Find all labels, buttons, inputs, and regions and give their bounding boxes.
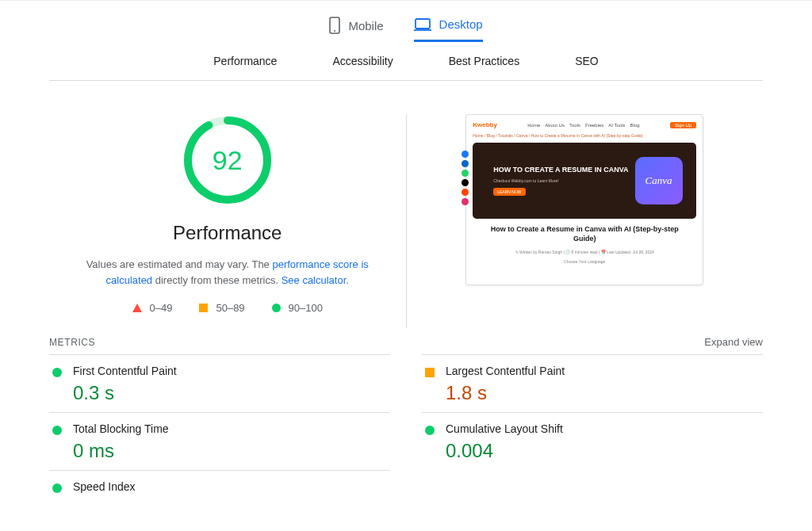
- tab-desktop-label: Desktop: [439, 17, 483, 31]
- tab-desktop[interactable]: Desktop: [414, 17, 483, 42]
- thumb-signup: Sign Up: [670, 122, 696, 128]
- square-orange-icon: [199, 304, 208, 312]
- metric-value: 1.8 s: [446, 382, 565, 404]
- thumb-lang: Choose Your Language: [473, 259, 696, 264]
- legend-high-label: 90–100: [289, 302, 323, 314]
- report-row: 92 Performance Values are estimated and …: [49, 81, 763, 328]
- metric-body: First Contentful Paint0.3 s: [73, 365, 177, 404]
- thumb-social-icon: [462, 179, 469, 186]
- performance-note: Values are estimated and may vary. The p…: [77, 257, 378, 288]
- metric-body: Total Blocking Time0 ms: [73, 422, 169, 462]
- metric-label: Total Blocking Time: [73, 422, 169, 435]
- expand-view-link[interactable]: Expand view: [704, 336, 763, 348]
- link-see-calculator[interactable]: See calculator: [282, 274, 347, 286]
- thumb-nav-item: AI Tools: [608, 123, 625, 128]
- metric-label: Speed Index: [73, 480, 136, 493]
- status-dot-icon: [52, 368, 62, 377]
- thumb-article-title: How to Create a Resume in Canva with AI …: [481, 225, 688, 243]
- score-gauge: 92: [182, 114, 274, 206]
- tab-performance[interactable]: Performance: [213, 55, 277, 67]
- performance-title: Performance: [173, 222, 282, 244]
- thumb-nav-item: Home: [527, 123, 540, 128]
- metric-value: 0.004: [446, 440, 563, 462]
- metric-body: Cumulative Layout Shift0.004: [446, 422, 563, 462]
- status-dot-icon: [425, 426, 435, 435]
- tab-accessibility[interactable]: Accessibility: [332, 55, 393, 67]
- performance-summary: 92 Performance Values are estimated and …: [49, 114, 407, 328]
- thumb-socials: [462, 151, 469, 205]
- status-dot-icon: [425, 368, 435, 377]
- status-dot-icon: [52, 426, 62, 435]
- thumb-logo: Kwebby: [473, 121, 497, 128]
- tab-mobile-label: Mobile: [348, 19, 383, 32]
- note-text-3: .: [346, 274, 349, 286]
- metric-item: Total Blocking Time0 ms: [49, 412, 390, 470]
- thumb-canva-card: Canva: [635, 157, 683, 204]
- metric-body: Largest Contentful Paint1.8 s: [446, 365, 565, 404]
- thumb-social-icon: [462, 189, 469, 196]
- note-text-2: directly from these metrics.: [152, 274, 282, 286]
- thumb-hero-cta: LEARN NOW: [493, 188, 525, 196]
- device-tabs: Mobile Desktop: [49, 1, 763, 42]
- legend-low: 0–49: [132, 302, 173, 314]
- svg-rect-2: [416, 19, 430, 29]
- category-tabs: Performance Accessibility Best Practices…: [49, 42, 763, 81]
- metrics-header: METRICS Expand view: [49, 328, 763, 354]
- thumb-header: Kwebby HomeAbout UsToolsFreebiesAI Tools…: [473, 121, 696, 128]
- metric-label: Cumulative Layout Shift: [446, 422, 563, 435]
- thumb-nav-item: Freebies: [585, 123, 603, 128]
- metric-value: 0.3 s: [73, 382, 177, 404]
- thumb-logo-text: webby: [477, 121, 497, 128]
- thumb-hero-text: HOW TO CREATE A RESUME IN CANVA Checkout…: [493, 166, 628, 196]
- note-text: Values are estimated and may vary. The: [86, 258, 273, 270]
- tab-seo[interactable]: SEO: [575, 55, 599, 67]
- thumb-social-icon: [462, 170, 469, 177]
- circle-green-icon: [272, 304, 281, 312]
- thumb-social-icon: [462, 160, 469, 167]
- screenshot-panel: Kwebby HomeAbout UsToolsFreebiesAI Tools…: [407, 114, 764, 328]
- metric-item: Speed Index: [49, 470, 390, 506]
- metrics-grid: First Contentful Paint0.3 sLargest Conte…: [49, 354, 763, 506]
- page-thumbnail: Kwebby HomeAbout UsToolsFreebiesAI Tools…: [465, 114, 703, 285]
- mobile-icon: [329, 17, 340, 34]
- metric-item: Cumulative Layout Shift0.004: [422, 412, 763, 470]
- legend-low-label: 0–49: [150, 302, 173, 314]
- thumb-social-icon: [462, 198, 469, 205]
- score-legend: 0–49 50–89 90–100: [132, 302, 323, 314]
- metric-body: Speed Index: [73, 480, 136, 498]
- tab-mobile[interactable]: Mobile: [329, 17, 383, 42]
- thumb-hero-sub: Checkout Webby.com to Learn More!: [493, 178, 628, 183]
- metric-item: First Contentful Paint0.3 s: [49, 354, 390, 412]
- thumb-social-icon: [462, 151, 469, 158]
- tab-best-practices[interactable]: Best Practices: [449, 55, 519, 67]
- metric-item: Largest Contentful Paint1.8 s: [422, 354, 763, 412]
- status-dot-icon: [52, 483, 62, 493]
- score-value: 92: [182, 114, 274, 206]
- legend-mid-label: 50–89: [216, 302, 244, 314]
- thumb-breadcrumb: Home / Blog / Tutorials / Canva / How to…: [473, 133, 696, 138]
- thumb-hero-title: HOW TO CREATE A RESUME IN CANVA: [493, 166, 628, 175]
- metric-value: 0 ms: [73, 440, 169, 462]
- thumb-nav-item: Blog: [630, 123, 640, 128]
- svg-point-1: [334, 30, 335, 32]
- metric-label: Largest Contentful Paint: [446, 365, 565, 377]
- thumb-nav: HomeAbout UsToolsFreebiesAI ToolsBlog: [527, 123, 639, 128]
- desktop-icon: [414, 18, 431, 31]
- metric-label: First Contentful Paint: [73, 365, 177, 377]
- triangle-red-icon: [132, 304, 142, 312]
- thumb-nav-item: Tools: [569, 123, 580, 128]
- thumb-meta: ✎ Written by Raman Singh | 🕒 8 minutes r…: [473, 250, 696, 254]
- legend-high: 90–100: [272, 302, 323, 314]
- thumb-hero: HOW TO CREATE A RESUME IN CANVA Checkout…: [473, 143, 696, 219]
- metrics-heading: METRICS: [49, 337, 95, 348]
- legend-mid: 50–89: [199, 302, 244, 314]
- thumb-nav-item: About Us: [545, 123, 565, 128]
